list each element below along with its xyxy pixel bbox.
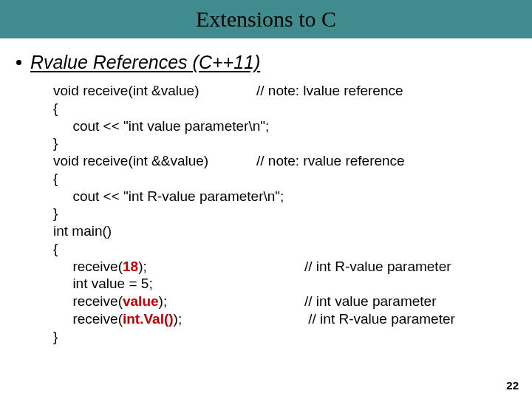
code-line: receive(18);// int R-value parameter [53, 258, 532, 276]
code-call: int.Val() [123, 311, 174, 327]
slide-title: Extensions to C [196, 7, 336, 32]
code-identifier: value [123, 293, 159, 309]
code-line: } [53, 134, 532, 152]
code-text: void receive(int &&value) [53, 152, 256, 170]
code-line: { [53, 240, 532, 258]
code-line: cout << "int R-value parameter\n"; [53, 188, 532, 205]
page-number: 22 [506, 379, 519, 392]
code-literal: 18 [123, 259, 138, 274]
code-comment: // note: lvalue reference [256, 83, 403, 98]
code-line: } [53, 328, 532, 346]
code-line: { [53, 170, 532, 188]
code-comment: // note: rvalue reference [256, 153, 405, 168]
code-line: void receive(int &&value)// note: rvalue… [53, 152, 532, 170]
code-line: receive(int.Val()); // int R-value param… [53, 310, 532, 328]
code-line: int main() [53, 222, 532, 240]
code-block: void receive(int &value)// note: lvalue … [53, 82, 532, 345]
code-text: void receive(int &value) [53, 82, 256, 100]
code-comment: // int R-value parameter [304, 311, 455, 327]
code-comment: // int R-value parameter [304, 259, 451, 274]
bullet-icon [16, 60, 21, 65]
bullet-row: Rvalue References (C++11) [16, 52, 532, 73]
bullet-text: Rvalue References (C++11) [30, 52, 260, 73]
code-line: { [53, 100, 532, 117]
code-text: receive(value); [53, 293, 304, 310]
code-line: receive(value);// int value parameter [53, 293, 532, 310]
code-line: cout << "int value parameter\n"; [53, 117, 532, 135]
code-comment: // int value parameter [304, 293, 436, 309]
code-line: } [53, 205, 532, 222]
title-bar: Extensions to C [0, 0, 532, 38]
code-text: receive(18); [53, 258, 304, 276]
code-line: void receive(int &value)// note: lvalue … [53, 82, 532, 100]
code-text: receive(int.Val()); [53, 310, 304, 328]
code-line: int value = 5; [53, 275, 532, 293]
